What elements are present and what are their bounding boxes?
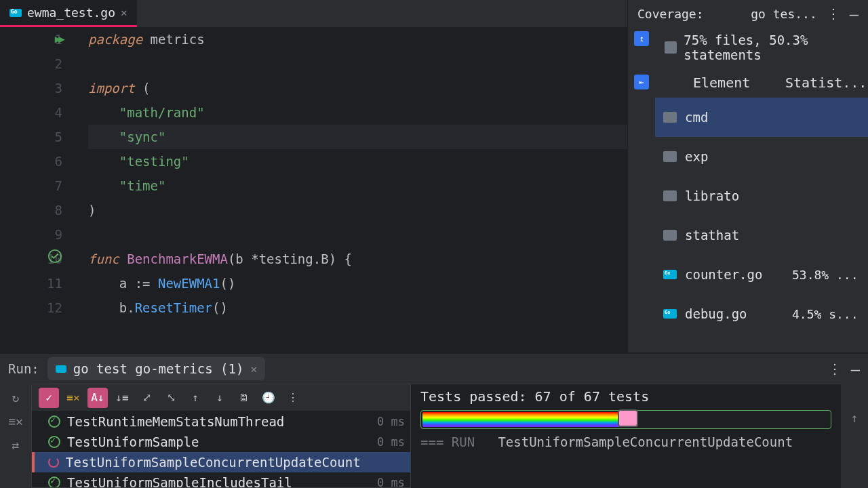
test-row[interactable]: TestRuntimeMemStatsNumThread0 ms — [32, 411, 410, 432]
coverage-item-name: debug.go — [685, 306, 784, 321]
coverage-item-stat: 4.5% s... — [792, 307, 860, 321]
hide-icon[interactable]: — — [850, 5, 859, 22]
col-statistics[interactable]: Statist... — [785, 75, 860, 91]
folder-icon — [663, 151, 677, 162]
expand-icon[interactable]: ⤢ — [136, 388, 157, 408]
prev-icon[interactable]: ↑ — [185, 388, 205, 408]
test-name: TestUniformSampleConcurrentUpdateCount — [66, 455, 398, 470]
layout-icon[interactable]: ⇄ — [12, 438, 20, 452]
show-ignored-icon[interactable]: ≡✕ — [63, 388, 83, 408]
sort-duration-icon[interactable]: ↓≡ — [112, 388, 132, 408]
nav-up-icon[interactable]: ↥ — [634, 31, 649, 46]
coverage-title: Coverage: — [637, 7, 704, 21]
coverage-item[interactable]: stathat — [655, 216, 868, 255]
check-icon — [48, 415, 60, 428]
coverage-summary: 75% files, 50.3% statements — [684, 33, 859, 62]
coverage-item[interactable]: cmd — [655, 98, 868, 137]
test-row[interactable]: TestUniformSampleConcurrentUpdateCount — [32, 452, 410, 472]
run-label: Run: — [8, 361, 39, 376]
run-panel: Run: go test go-metrics (1) ✕ ⋮ — ↻ ≡✕ ⇄… — [0, 352, 868, 488]
run-side-toolbar: ↻ ≡✕ ⇄ — [0, 384, 31, 488]
more-icon[interactable]: ⋮ — [283, 388, 303, 408]
editor-code[interactable]: package metricsimport ( "math/rand" "syn… — [81, 27, 627, 352]
coverage-item[interactable]: counter.go53.8% ... — [655, 255, 868, 294]
more-icon[interactable]: ⋮ — [827, 5, 840, 22]
coverage-item[interactable]: exp — [655, 137, 868, 176]
coverage-panel: Coverage: go tes... ⋮ — ↥ ⇤ 75% files, 5… — [627, 0, 868, 352]
collapse-icon[interactable]: ⤡ — [161, 388, 181, 408]
history-icon[interactable]: 🕘 — [258, 388, 279, 408]
coverage-item[interactable]: librato — [655, 176, 868, 216]
export-icon[interactable]: 🗎 — [234, 388, 254, 408]
test-time: 0 ms — [377, 435, 405, 449]
test-name: TestUniformSampleIncludesTail — [67, 475, 370, 487]
scroll-top-icon[interactable]: ↑ — [851, 411, 859, 425]
go-run-icon — [56, 365, 66, 373]
go-file-icon — [663, 309, 677, 319]
coverage-item-name: exp — [685, 149, 784, 164]
next-icon[interactable]: ↓ — [210, 388, 230, 408]
go-file-icon — [9, 9, 22, 17]
col-element[interactable]: Element — [663, 75, 785, 91]
folder-icon — [663, 230, 677, 241]
coverage-item-name: librato — [685, 188, 784, 203]
test-gutter-icon[interactable] — [47, 247, 62, 271]
editor-tab-active[interactable]: ewma_test.go ✕ — [0, 0, 137, 27]
test-tree-pane: ✓ ≡✕ A↓ ↓≡ ⤢ ⤡ ↑ ↓ 🗎 🕘 ⋮ TestRuntimeMemS… — [31, 384, 411, 488]
coverage-columns: Element Statist... — [655, 68, 868, 98]
run-config-tab[interactable]: go test go-metrics (1) ✕ — [47, 357, 265, 380]
spinner-icon — [48, 457, 59, 468]
test-time: 0 ms — [377, 476, 405, 487]
run-tab-name: go test go-metrics (1) — [73, 361, 244, 376]
console-output[interactable]: === RUN TestUniformSampleConcurrentUpdat… — [420, 434, 831, 449]
filter-icon[interactable]: ≡✕ — [8, 414, 23, 428]
rerun-icon[interactable]: ↻ — [12, 390, 20, 405]
coverage-item[interactable]: debug.go4.5% s... — [655, 294, 868, 333]
hide-icon[interactable]: — — [851, 361, 860, 378]
check-icon — [48, 476, 60, 487]
show-passed-icon[interactable]: ✓ — [39, 388, 59, 408]
close-icon[interactable]: ✕ — [121, 6, 127, 19]
more-icon[interactable]: ⋮ — [828, 361, 842, 377]
run-gutter-icon[interactable]: ▶▶ — [55, 27, 62, 52]
test-name: TestUniformSample — [67, 434, 370, 449]
tests-passed-status: Tests passed: 67 of 67 tests — [420, 388, 831, 405]
test-console: Tests passed: 67 of 67 tests === RUN Tes… — [411, 384, 841, 488]
nyan-cat-icon — [618, 409, 638, 427]
sort-alpha-icon[interactable]: A↓ — [87, 388, 108, 408]
coverage-run-config[interactable]: go tes... — [751, 7, 817, 21]
coverage-item-name: stathat — [685, 228, 784, 243]
folder-up-icon[interactable] — [665, 41, 677, 54]
test-row[interactable]: TestUniformSample0 ms — [32, 432, 410, 452]
test-name: TestRuntimeMemStatsNumThread — [67, 414, 370, 429]
close-icon[interactable]: ✕ — [250, 363, 257, 375]
editor-gutter: 1▶▶23456789101112 — [0, 27, 81, 352]
check-icon — [48, 436, 60, 448]
tab-filename: ewma_test.go — [27, 5, 115, 20]
collapse-icon[interactable]: ⇤ — [634, 75, 649, 89]
folder-icon — [663, 112, 677, 123]
go-file-icon — [663, 270, 677, 279]
test-row[interactable]: TestUniformSampleIncludesTail0 ms — [32, 472, 410, 487]
progress-bar — [420, 410, 831, 429]
editor-tab-bar: ewma_test.go ✕ — [0, 0, 627, 27]
coverage-item-name: counter.go — [685, 267, 784, 282]
folder-icon — [663, 190, 677, 201]
coverage-item-name: cmd — [685, 110, 784, 125]
test-time: 0 ms — [377, 415, 405, 428]
coverage-item-stat: 53.8% ... — [792, 268, 860, 282]
